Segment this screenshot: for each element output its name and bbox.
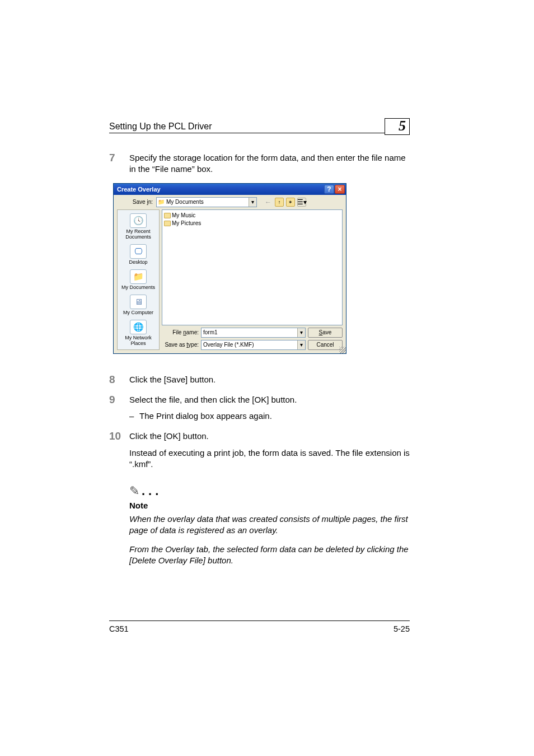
dialog-titlebar: Create Overlay ? ×	[114, 184, 346, 195]
step-10: 10 Click the [OK] button. Instead of exe…	[109, 431, 410, 470]
dialog-body: Save in: 📁 My Documents ▾ ← ↑ ✶ ☰▾ 🕓	[114, 195, 346, 353]
filename-value: form1	[203, 329, 218, 335]
cancel-button[interactable]: Cancel	[308, 340, 343, 350]
chapter-number: 5	[385, 118, 410, 135]
step-number: 9	[109, 394, 129, 422]
footer-model: C351	[109, 624, 129, 633]
pen-icon: ✎	[129, 484, 139, 498]
saveas-label: Save as type:	[162, 342, 199, 348]
step-8: 8 Click the [Save] button.	[109, 374, 410, 386]
note-paragraph: From the Overlay tab, the selected form …	[129, 544, 410, 567]
note-icon-row: ✎ ...	[129, 484, 410, 498]
list-item[interactable]: My Music	[164, 212, 340, 220]
chevron-down-icon: ▾	[297, 340, 305, 349]
place-mycomputer[interactable]: 🖥 My Computer	[118, 293, 159, 316]
header-title: Setting Up the PCL Driver	[109, 122, 212, 132]
page-header: Setting Up the PCL Driver 5	[109, 115, 410, 133]
resize-grip[interactable]	[339, 347, 346, 353]
create-overlay-dialog: Create Overlay ? × Save in: 📁 My Documen…	[113, 183, 346, 354]
step-number: 10	[109, 431, 129, 470]
desktop-icon: 🖵	[130, 244, 147, 259]
place-mydocuments[interactable]: 📁 My Documents	[118, 268, 159, 291]
saveas-row: Save as type: Overlay File (*.KMF) ▾ Can…	[162, 340, 343, 350]
mycomputer-icon: 🖥	[130, 295, 147, 309]
step-7: 7 Specify the storage location for the f…	[109, 152, 410, 175]
recent-icon: 🕓	[130, 213, 147, 228]
dialog-title: Create Overlay	[117, 186, 161, 193]
help-button[interactable]: ?	[324, 185, 334, 194]
saveas-dropdown[interactable]: Overlay File (*.KMF) ▾	[201, 340, 306, 350]
place-label: My Network Places	[125, 335, 152, 346]
save-in-row: Save in: 📁 My Documents ▾ ← ↑ ✶ ☰▾	[117, 197, 343, 207]
place-mynetwork[interactable]: 🌐 My Network Places	[118, 319, 159, 347]
chevron-down-icon: ▾	[297, 328, 305, 337]
mynetwork-icon: 🌐	[130, 320, 147, 334]
mydocuments-icon: 📁	[130, 269, 147, 284]
filename-input[interactable]: form1 ▾	[201, 328, 306, 338]
file-name: My Pictures	[172, 220, 201, 226]
toolbar-icons: ← ↑ ✶ ☰▾	[264, 198, 306, 207]
step-text: Select the file, and then click the [OK]…	[129, 394, 410, 405]
step-text: Click the [OK] button.	[129, 431, 410, 442]
place-label: Desktop	[129, 259, 147, 265]
places-bar: 🕓 My Recent Documents 🖵 Desktop 📁 My Doc…	[117, 209, 160, 350]
place-label: My Computer	[123, 310, 153, 315]
step-text: Click the [Save] button.	[129, 374, 410, 386]
folder-icon	[164, 213, 171, 218]
saveas-value: Overlay File (*.KMF)	[203, 342, 254, 348]
step-9: 9 Select the file, and then click the [O…	[109, 394, 410, 422]
save-in-value: My Documents	[166, 199, 204, 205]
filename-row: File name: form1 ▾ Save	[162, 328, 343, 338]
back-icon[interactable]: ←	[264, 198, 273, 207]
note-label: Note	[129, 501, 410, 510]
page-content: Setting Up the PCL Driver 5 7 Specify th…	[109, 115, 410, 575]
folder-icon	[164, 221, 171, 226]
list-item[interactable]: My Pictures	[164, 220, 340, 227]
note-paragraph: When the overlay data that was created c…	[129, 514, 410, 536]
place-label: My Recent Documents	[125, 228, 151, 240]
filename-label: File name:	[162, 329, 199, 335]
save-button[interactable]: Save	[308, 328, 343, 338]
step-number: 7	[109, 152, 129, 175]
step-subtext: The Print dialog box appears again.	[129, 410, 410, 422]
place-desktop[interactable]: 🖵 Desktop	[118, 243, 159, 266]
file-list[interactable]: My Music My Pictures	[162, 209, 343, 325]
page-footer: C351 5-25	[109, 620, 410, 633]
save-in-dropdown[interactable]: 📁 My Documents ▾	[156, 197, 257, 207]
save-in-label: Save in:	[117, 199, 154, 205]
place-recent[interactable]: 🕓 My Recent Documents	[118, 212, 159, 241]
dialog-main: 🕓 My Recent Documents 🖵 Desktop 📁 My Doc…	[117, 209, 343, 350]
step-text: Specify the storage location for the for…	[129, 152, 410, 175]
chevron-down-icon: ▾	[249, 198, 256, 207]
step-para2: Instead of executing a print job, the fo…	[129, 447, 410, 470]
footer-page: 5-25	[394, 624, 410, 633]
place-label: My Documents	[121, 284, 155, 290]
folder-icon: 📁	[158, 199, 165, 205]
up-folder-icon[interactable]: ↑	[275, 198, 284, 207]
views-icon[interactable]: ☰▾	[297, 198, 306, 207]
new-folder-icon[interactable]: ✶	[286, 198, 295, 207]
ellipsis-icon: ...	[142, 484, 162, 498]
close-button[interactable]: ×	[335, 185, 345, 194]
file-name: My Music	[172, 212, 195, 218]
note-section: ✎ ... Note When the overlay data that wa…	[129, 484, 410, 567]
step-number: 8	[109, 374, 129, 386]
